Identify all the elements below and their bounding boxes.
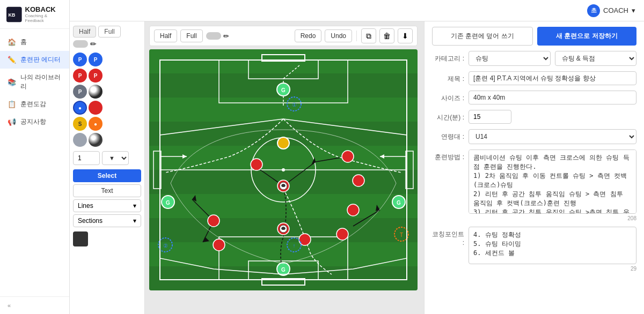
svg-point-55 [213,239,225,251]
sidebar-nav: 🏠 홈 ✏️ 훈련판 에디터 📚 나의 라이브러리 📋 훈련도감 📢 공지사항 [0,29,69,296]
coaching-label: 코칭포인트 : [432,227,464,246]
save-existing-button[interactable]: 기존 훈련에 덮어 쓰기 [432,27,533,46]
feedback-icon: 📋 [8,100,16,109]
user-menu[interactable]: 초 COACH ▾ [587,4,635,17]
size-input-field[interactable] [469,91,636,104]
delete-button[interactable]: 🗑 [379,28,394,43]
field-wrapper: Half Full ✏ Redo Undo ⧉ 🗑 ⬇ [149,26,418,290]
sidebar-label-library: 나의 라이브러리 [20,73,62,91]
svg-point-49 [251,159,262,170]
svg-point-54 [208,215,219,227]
svg-point-47 [277,137,289,149]
category-select-sub[interactable]: 슈팅 & 득점 [555,51,637,66]
sidebar-label-notice: 공지사항 [20,117,46,126]
left-panel: Half Full ✏ P P P P P ● [70,21,145,314]
player-yellow[interactable]: S [73,117,87,131]
library-icon: 📚 [8,78,16,86]
svg-text:↑: ↑ [293,243,296,249]
player-row-5: S ● [73,117,141,131]
copy-button[interactable]: ⧉ [361,28,376,43]
color-picker[interactable] [73,231,88,246]
player-red-p2[interactable]: P [89,69,103,83]
svg-text:①: ① [292,102,297,108]
method-textarea[interactable]: 콤비네이션 슈팅 이후 측면 크로스에 의한 슈팅 득점 훈련을 진행한다. 1… [469,149,636,214]
player-orange[interactable]: ● [89,117,103,131]
size-input[interactable] [73,151,100,165]
full-btn[interactable]: Full [180,29,202,42]
field-toggle[interactable] [206,32,221,40]
full-view-btn[interactable]: Full [98,26,120,38]
player-red-solid[interactable] [89,101,103,115]
age-label: 연령대 : [432,129,464,141]
title-input[interactable] [469,71,636,85]
svg-text:G: G [281,267,286,273]
sidebar-label-editor: 훈련판 에디터 [20,55,61,64]
svg-point-46 [353,175,364,186]
size-select[interactable]: ▼ [102,151,129,165]
size-control: ▼ [73,151,141,165]
field-toolbar: Half Full ✏ Redo Undo ⧉ 🗑 ⬇ [149,26,418,46]
save-new-button[interactable]: 새 훈련으로 저장하기 [537,27,637,46]
player-blue-p2[interactable]: P [89,53,103,66]
pencil2-icon: ✏ [223,32,229,40]
lines-chevron-icon: ▾ [133,202,136,210]
player-red-p1[interactable]: P [73,69,87,83]
right-panel: 기존 훈련에 덮어 쓰기 새 훈련으로 저장하기 카테고리 : 슈팅 슈팅 & … [424,21,644,314]
player-tools: P P [73,53,141,66]
ball-icon-2[interactable] [89,133,103,147]
method-label: 훈련방법 : [432,149,464,162]
svg-point-50 [347,204,359,216]
coaching-textarea[interactable]: 4. 슈팅 정확성 5. 슈팅 타이밍 6. 세컨드 볼 [469,227,636,264]
home-icon: 🏠 [8,38,16,47]
age-row: 연령대 : U14 [432,129,636,144]
player-gray-p[interactable]: P [73,85,87,99]
text-button[interactable]: Text [73,184,141,197]
sections-button[interactable]: Sections ▾ [73,214,141,227]
soccer-field[interactable]: G [149,49,418,290]
sidebar-collapse[interactable]: « [0,296,69,314]
select-button[interactable]: Select [73,169,141,182]
half-view-btn[interactable]: Half [73,26,96,38]
svg-text:G: G [281,87,286,93]
view-toggle[interactable] [73,40,88,48]
category-select-main[interactable]: 슈팅 [469,51,551,66]
age-select[interactable]: U14 [469,129,636,144]
svg-text:G: G [166,200,170,206]
size-label: 사이즈 : [432,91,464,103]
svg-point-45 [342,151,354,162]
title-row: 제목 : [432,71,636,85]
category-label: 카테고리 : [432,51,464,63]
toolbar-sep-1 [356,31,357,41]
toolbar-area: Half Full ✏ [73,26,141,48]
ball-icon[interactable] [89,85,103,99]
half-btn[interactable]: Half [154,29,177,42]
player-row-3: P [73,85,141,99]
svg-text:KB: KB [9,12,16,17]
player-blue-p1[interactable]: P [73,53,87,66]
sidebar-item-editor[interactable]: ✏️ 훈련판 에디터 [0,51,69,69]
svg-text:G: G [397,200,401,206]
editor-icon: ✏️ [8,56,16,64]
svg-text:T: T [400,232,403,238]
player-blue-dot[interactable]: ● [73,101,87,115]
logo: KB KOBACK Coaching & Feedback [0,0,69,29]
player-row-4: ● [73,101,141,115]
undo-button[interactable]: Undo [325,29,352,42]
sidebar-item-home[interactable]: 🏠 홈 [0,33,69,51]
category-row: 카테고리 : 슈팅 슈팅 & 득점 [432,51,636,66]
time-label: 시간(분) : [432,110,464,122]
avatar: 초 [587,4,600,17]
lines-button[interactable]: Lines ▾ [73,199,141,212]
player-row-2: P P [73,69,141,83]
sidebar-item-notice[interactable]: 📢 공지사항 [0,113,69,131]
pencil-icon: ✏ [90,40,97,48]
sidebar-item-feedback[interactable]: 📋 훈련도감 [0,95,69,113]
size-row: 사이즈 : [432,91,636,104]
player-gray-solid[interactable] [73,133,87,147]
sidebar-item-library[interactable]: 📚 나의 라이브러리 [0,69,69,95]
download-button[interactable]: ⬇ [398,28,413,43]
redo-button[interactable]: Redo [295,29,322,42]
chevron-down-icon: ▾ [632,6,635,14]
notice-icon: 📢 [8,118,16,126]
time-input[interactable] [469,110,511,124]
